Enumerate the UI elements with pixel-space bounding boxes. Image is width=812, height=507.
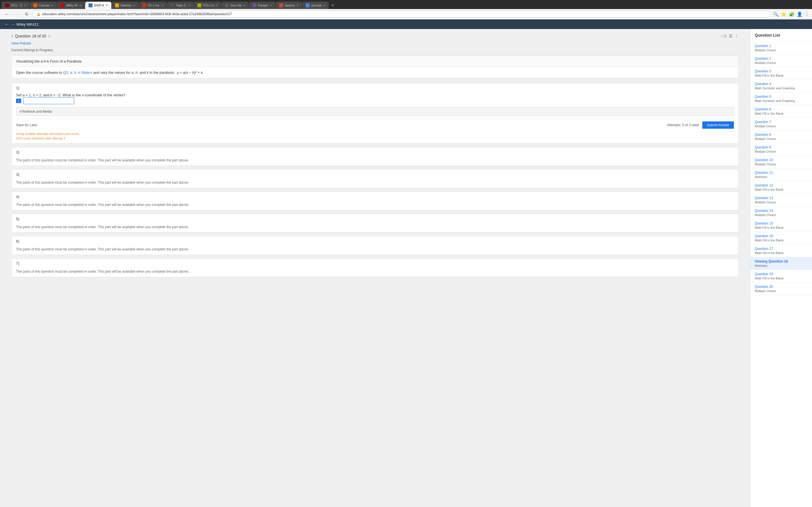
- more-options-button[interactable]: ⋮: [735, 34, 739, 38]
- sidebar-item-q5[interactable]: Question 5 Math Symbolic and Graphing: [750, 93, 812, 105]
- media-section: eTextbook and Media: [16, 107, 734, 116]
- list-view-button[interactable]: ☰: [729, 34, 732, 38]
- sidebar-item-q2[interactable]: Question 2 Multiple Choice: [750, 54, 812, 67]
- bookmark-button[interactable]: ⭐: [781, 11, 786, 17]
- tab-close-topic[interactable]: ✕: [188, 4, 190, 7]
- sidebar-item-q8-subtitle: Multiple Choice: [755, 137, 808, 140]
- sidebar-item-q20-subtitle: Multiple Choice: [755, 289, 808, 293]
- locked-part-4-header: 4): [11, 192, 739, 202]
- tab-favicon-dashb: [115, 3, 119, 7]
- sidebar-item-q15[interactable]: Question 15 Math Fill in the Blank: [750, 219, 812, 232]
- new-tab-button[interactable]: +: [329, 2, 336, 9]
- input-row: 1: [16, 97, 734, 104]
- tab-label-annot: annotat: [311, 4, 322, 7]
- sidebar: Question List Question 1 Multiple Choice…: [750, 29, 812, 507]
- tab-annot[interactable]: annotat ✕: [302, 2, 329, 9]
- view-policies-link[interactable]: View Policies: [11, 41, 739, 45]
- tab-gmail[interactable]: Search ✕: [276, 2, 302, 9]
- sidebar-item-q14-title: Question 14: [755, 209, 808, 213]
- locked-part-2-header: 2): [11, 147, 739, 157]
- back-button[interactable]: ←: [3, 11, 11, 17]
- tab-label-topic: Topic C: [176, 4, 186, 7]
- tab-favicon-vcu: [5, 3, 9, 7]
- tab-gun[interactable]: Gun Vie ✕: [221, 2, 249, 9]
- sidebar-item-q12-title: Question 12: [755, 183, 808, 187]
- tab-paraph[interactable]: Paraph ✕: [249, 2, 275, 9]
- tab-close-canvas[interactable]: ✕: [51, 4, 53, 7]
- sidebar-item-q3[interactable]: Question 3 Math Fill in the Blank: [750, 67, 812, 80]
- sidebar-item-q2-title: Question 2: [755, 57, 808, 61]
- sub-part-1-content: Set a = 1, h = 2, and k = −2. What is th…: [11, 93, 739, 144]
- submit-answer-button[interactable]: Submit Answer: [702, 121, 734, 129]
- attempts-submit-area: Attempts: 0 of 3 used Submit Answer: [667, 121, 734, 129]
- tab-topic[interactable]: Topic C ✕: [167, 2, 194, 9]
- tab-close-wiley[interactable]: ✕: [79, 4, 82, 7]
- tab-ch1[interactable]: Ch 1 Ho ✕: [139, 2, 167, 9]
- sidebar-item-q16[interactable]: Question 16 Math Fill in the Blank: [750, 232, 812, 244]
- tab-close-nwp[interactable]: ✕: [106, 4, 108, 7]
- save-for-later-button[interactable]: Save for Later: [16, 123, 37, 127]
- sidebar-item-q9[interactable]: Question 9 Multiple Choice: [750, 143, 812, 156]
- tab-nwp[interactable]: NWP A ✕: [85, 2, 111, 9]
- profile-button[interactable]: 👤: [797, 11, 802, 17]
- sidebar-item-q13[interactable]: Question 13 Multiple Choice: [750, 194, 812, 207]
- tab-wiley[interactable]: Wiley W ✕: [57, 2, 85, 9]
- nav-icons: 🔍 ⭐ 🧩 👤 ⋮: [773, 11, 809, 17]
- sidebar-item-q17[interactable]: Question 17 Math Fill in the Blank: [750, 244, 812, 257]
- sidebar-title: Question List: [750, 29, 812, 42]
- sidebar-item-q11[interactable]: Question 11 Multistep: [750, 168, 812, 181]
- sidebar-item-q20-title: Question 20: [755, 285, 808, 289]
- sidebar-item-q4-title: Question 4: [755, 82, 808, 86]
- sidebar-item-q13-subtitle: Multiple Choice: [755, 201, 808, 204]
- sidebar-item-q18-title: Viewing Question 18: [755, 260, 808, 263]
- reload-button[interactable]: ↻: [23, 11, 30, 17]
- input-badge: 1: [16, 99, 21, 103]
- prev-question-button[interactable]: ‹: [11, 34, 13, 39]
- tab-close-ch1[interactable]: ✕: [161, 4, 163, 7]
- tab-close-paraph[interactable]: ✕: [270, 4, 272, 7]
- tab-label-ch1: Ch 1 Ho: [148, 4, 159, 7]
- sidebar-item-q11-title: Question 11: [755, 171, 808, 175]
- locked-part-3-header: 3): [11, 170, 739, 179]
- sidebar-item-q7[interactable]: Question 7 Multiple Choice: [750, 118, 812, 130]
- zoom-button[interactable]: 🔍: [773, 11, 779, 17]
- sidebar-item-q5-title: Question 5: [755, 95, 808, 99]
- tab-dashb[interactable]: Dashbo ✕: [112, 2, 139, 9]
- menu-button[interactable]: ⋮: [805, 11, 809, 17]
- sidebar-item-q10[interactable]: Question 10 Multiple Choice: [750, 156, 812, 168]
- forward-button[interactable]: →: [13, 11, 21, 17]
- tab-close-dashb[interactable]: ✕: [133, 4, 135, 7]
- sidebar-item-q19[interactable]: Question 19 Math Fill in the Blank: [750, 270, 812, 283]
- sidebar-item-q6[interactable]: Question 6 Math Fill in the Blank: [750, 105, 812, 118]
- extension-button[interactable]: 🧩: [789, 11, 795, 17]
- back-to-wiley-button[interactable]: ←: [4, 22, 9, 27]
- sidebar-item-q8[interactable]: Question 8 Multiple Choice: [750, 130, 812, 143]
- q3-sliders-link[interactable]: Q3. a, h, k Sliders: [63, 70, 92, 75]
- sidebar-item-q3-subtitle: Math Fill in the Blank: [755, 74, 808, 77]
- tab-close-annot[interactable]: ✕: [323, 4, 325, 7]
- sidebar-item-q19-subtitle: Math Fill in the Blank: [755, 277, 808, 280]
- tab-close-vculib[interactable]: ✕: [215, 4, 218, 7]
- attempts-text: Attempts: 0 of 3 used: [667, 123, 699, 127]
- tab-favicon-canvas: [33, 3, 37, 7]
- tab-canvas[interactable]: Canvas ✕: [30, 2, 57, 9]
- address-bar[interactable]: 🔒 education.wiley.com/was/ui/v2/assessme…: [33, 11, 771, 17]
- tab-close-gmail[interactable]: ✕: [296, 4, 299, 7]
- tab-vcu[interactable]: VCU - C ✕: [2, 2, 30, 9]
- sidebar-item-q4[interactable]: Question 4 Math Symbolic and Graphing: [750, 80, 812, 93]
- tab-label-vculib: VCU Lit: [203, 4, 214, 7]
- locked-part-5: 5) The parts of this question must be co…: [11, 214, 739, 233]
- sidebar-item-q12[interactable]: Question 12 Math Fill in the Blank: [750, 181, 812, 194]
- tab-vculib[interactable]: VCU Lit ✕: [194, 2, 221, 9]
- answer-input-1[interactable]: [23, 97, 74, 104]
- sidebar-item-q1[interactable]: Question 1 Multiple Choice: [750, 42, 812, 54]
- sidebar-item-q14[interactable]: Question 14 Multiple Choice: [750, 207, 812, 219]
- tab-close-gun[interactable]: ✕: [243, 4, 245, 7]
- sidebar-item-q18[interactable]: Viewing Question 18 Multistep: [750, 257, 812, 270]
- tab-close-vcu[interactable]: ✕: [24, 4, 26, 7]
- sidebar-item-q13-title: Question 13: [755, 196, 808, 200]
- question-number: Question 18 of 20: [15, 34, 46, 38]
- part-footer: Save for Later Attempts: 0 of 3 used Sub…: [16, 119, 734, 131]
- next-question-button[interactable]: ›: [49, 34, 50, 39]
- sidebar-item-q20[interactable]: Question 20 Multiple Choice: [750, 283, 812, 295]
